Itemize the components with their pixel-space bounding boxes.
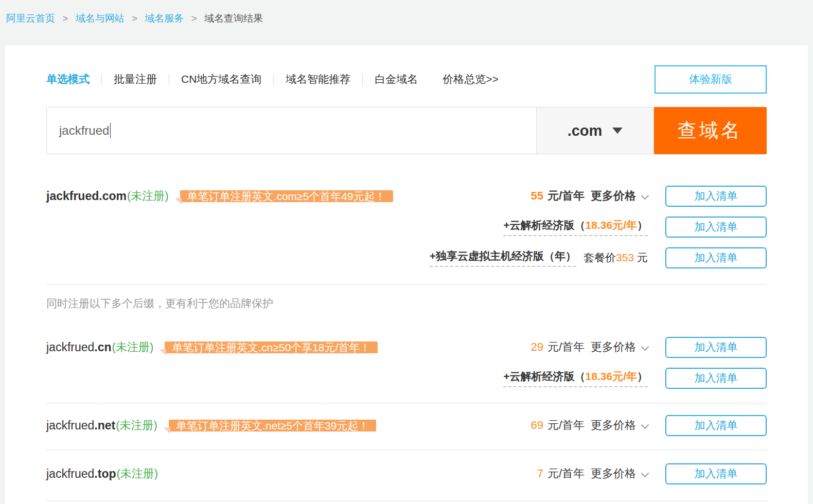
search-domain-button[interactable]: 查域名 [654,107,767,154]
price-value: 7 [537,467,543,480]
tab-platinum-domain[interactable]: 白金域名 [375,72,418,86]
price-line: 55 元/首年 更多价格 [531,188,648,204]
breadcrumb-domain-service-link[interactable]: 域名服务 [145,13,184,24]
tld-select[interactable]: .com [536,107,653,154]
domain-name-text: jackfrued [46,189,99,203]
add-to-list-button[interactable]: 加入清单 [665,463,767,484]
tab-smart-recommend[interactable]: 域名智能推荐 [286,72,350,86]
status-unregistered: (未注册) [116,466,158,481]
search-box: jackfrued .com [46,107,654,154]
domain-name-text: jackfrued [46,419,94,432]
chevron-down-icon [641,421,649,429]
more-prices-link[interactable]: 更多价格 [591,339,648,355]
price-value: 69 [531,419,543,432]
try-new-version-button[interactable]: 体验新版 [655,65,767,94]
result-row-cn: jackfrued.cn (未注册) 单笔订单注册英文.cn≥50个享18元/首… [46,336,767,358]
search-input-value: jackfrued [59,123,109,138]
dropdown-arrow-icon [612,128,623,134]
chevron-down-icon [641,343,649,351]
tab-cn-regional-domain-query[interactable]: CN地方域名查询 [181,72,261,86]
addon-row-dns: +云解析经济版（18.36元/年） 加入清单 [46,216,767,238]
status-unregistered: (未注册) [127,188,169,204]
hosting-addon-link[interactable]: +独享云虚拟主机经济版（年） [430,249,576,267]
search-input[interactable]: jackfrued [47,107,536,154]
more-prices-link[interactable]: 更多价格 [591,418,648,433]
addon-price-text: 18.36元/年 [586,219,637,231]
dns-addon-link[interactable]: +云解析经济版（18.36元/年） [503,218,648,236]
promo-text: 单笔订单注册英文.cn≥50个享18元/首年！ [165,341,378,353]
price-line: 29 元/首年 更多价格 [531,339,648,355]
price-and-action: 55 元/首年 更多价格 加入清单 [531,186,767,207]
addon-row-dns: +云解析经济版（18.36元/年） 加入清单 [46,367,767,389]
more-prices-label: 更多价格 [591,466,636,481]
add-to-list-button[interactable]: 加入清单 [665,217,767,238]
section-divider [46,284,767,285]
chevron-down-icon [641,469,649,477]
addon-row-hosting: +独享云虚拟主机经济版（年） 套餐价353 元 加入清单 [46,247,767,268]
result-row-top: jackfrued.top (未注册) 7 元/首年 更多价格 加入清单 [46,463,767,484]
result-row-net: jackfrued.net (未注册) 单笔订单注册英文.net≥5个首年39元… [46,415,767,436]
more-prices-label: 更多价格 [591,418,636,433]
chevron-down-icon [641,191,649,200]
row-divider [46,500,767,501]
result-row-com: jackfrued.com (未注册) 单笔订单注册英文.com≥5个首年49元… [46,185,767,207]
breadcrumb-separator: > [191,13,197,24]
brand-protection-note: 同时注册以下多个后缀，更有利于您的品牌保护 [46,296,767,311]
domain-tld-text: .com [99,189,127,203]
domain-name: jackfrued.com [46,189,127,203]
tab-divider [273,74,274,85]
row-divider [46,403,767,404]
tab-divider [101,74,102,85]
add-to-list-button[interactable]: 加入清单 [665,247,767,268]
price-line: 7 元/首年 更多价格 [537,466,648,481]
domain-tld-text: .top [94,467,116,480]
price-unit: 元/首年 [547,188,585,204]
tab-divider [362,74,363,85]
domain-name-text: jackfrued [46,340,94,354]
tab-batch-register[interactable]: 批量注册 [114,72,157,86]
domain-name: jackfrued.net [46,419,115,433]
promo-tail-icon [160,349,166,356]
promo-tail-icon [175,198,182,205]
price-value: 55 [531,189,543,203]
more-prices-link[interactable]: 更多价格 [591,466,648,481]
tab-single-select-mode[interactable]: 单选模式 [46,72,90,86]
tab-divider [169,74,169,85]
tld-selected-value: .com [568,122,603,139]
breadcrumb: 阿里云首页 > 域名与网站 > 域名服务 > 域名查询结果 [0,0,813,45]
price-overview-link[interactable]: 价格总览>> [443,72,499,86]
tabs-header: 单选模式 批量注册 CN地方域名查询 域名智能推荐 白金域名 价格总览>> 体验… [46,65,767,94]
package-price-label: 套餐价 [584,251,616,263]
add-to-list-button[interactable]: 加入清单 [665,415,767,436]
more-prices-label: 更多价格 [591,339,636,355]
add-to-list-button[interactable]: 加入清单 [665,337,767,358]
domain-tld-text: .net [94,419,115,432]
add-to-list-button[interactable]: 加入清单 [665,368,767,389]
price-line: 69 元/首年 更多价格 [531,418,648,433]
promo-badge: 单笔订单注册英文.cn≥50个享18元/首年！ [165,339,378,355]
search-results: jackfrued.com (未注册) 单笔订单注册英文.com≥5个首年49元… [46,185,767,501]
breadcrumb-separator: > [62,13,68,24]
addon-label-text: +云解析经济版（ [503,370,585,382]
package-price-unit: 元 [637,251,648,263]
breadcrumb-home-link[interactable]: 阿里云首页 [6,13,55,24]
price-value: 29 [531,340,543,354]
domain-name: jackfrued.cn [46,340,112,354]
breadcrumb-domain-website-link[interactable]: 域名与网站 [76,13,125,24]
dns-addon-link[interactable]: +云解析经济版（18.36元/年） [503,369,648,387]
domain-name: jackfrued.top [46,467,116,481]
domain-name-text: jackfrued [46,467,94,480]
addon-price-text: 18.36元/年 [586,370,637,382]
price-unit: 元/首年 [547,466,585,481]
more-prices-link[interactable]: 更多价格 [591,188,648,204]
breadcrumb-separator: > [132,13,137,24]
promo-tail-icon [164,427,170,434]
promo-text: 单笔订单注册英文.com≥5个首年49元起！ [180,190,393,202]
status-unregistered: (未注册) [116,418,157,433]
price-and-action: 29 元/首年 更多价格 加入清单 [531,337,767,358]
domain-tld-text: .cn [94,340,111,354]
addon-label-text: +云解析经济版（ [503,219,585,231]
promo-text: 单笔订单注册英文.net≥5个首年39元起！ [169,420,377,431]
mode-tabs: 单选模式 批量注册 CN地方域名查询 域名智能推荐 白金域名 价格总览>> [46,72,499,86]
add-to-list-button[interactable]: 加入清单 [665,186,767,207]
